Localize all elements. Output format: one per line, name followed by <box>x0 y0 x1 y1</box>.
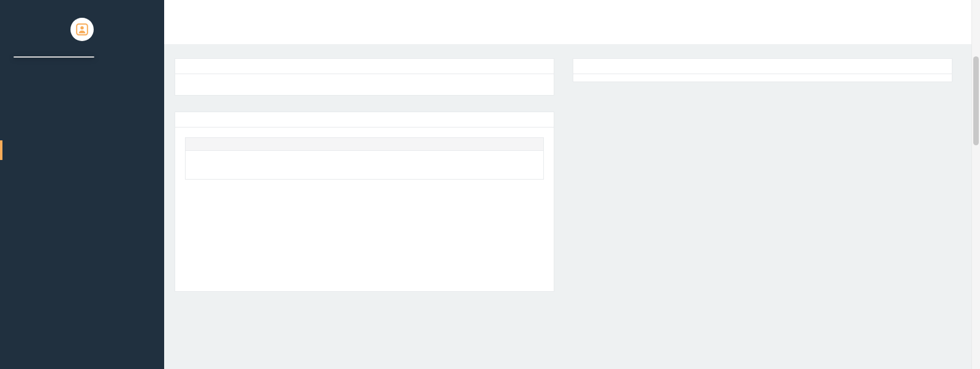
user-dropdown-menu <box>13 56 94 58</box>
main-area <box>164 0 980 369</box>
page-title <box>164 0 980 15</box>
panel-header <box>175 112 554 127</box>
user-icon <box>75 22 89 37</box>
interface-group <box>185 137 544 180</box>
interface-group-label <box>186 138 543 151</box>
active-menu-indicator <box>0 140 2 160</box>
dashboard-content <box>164 44 980 292</box>
service-status-panel <box>573 58 952 82</box>
panel-header <box>175 59 554 74</box>
interface-status-panel <box>175 112 554 292</box>
right-column <box>573 58 952 292</box>
page-header <box>164 0 980 44</box>
service-rows <box>573 74 952 82</box>
system-utilization-panel <box>175 58 554 96</box>
sidebar <box>0 0 164 369</box>
scrollbar[interactable] <box>971 0 980 369</box>
user-role-dropdown[interactable] <box>0 45 164 52</box>
interface-cards <box>186 151 543 179</box>
app-window <box>0 0 980 369</box>
left-column <box>175 58 554 292</box>
panel-header <box>573 59 952 74</box>
utilization-gauges <box>175 74 554 95</box>
scrollbar-thumb[interactable] <box>973 56 979 145</box>
avatar[interactable] <box>70 18 94 41</box>
